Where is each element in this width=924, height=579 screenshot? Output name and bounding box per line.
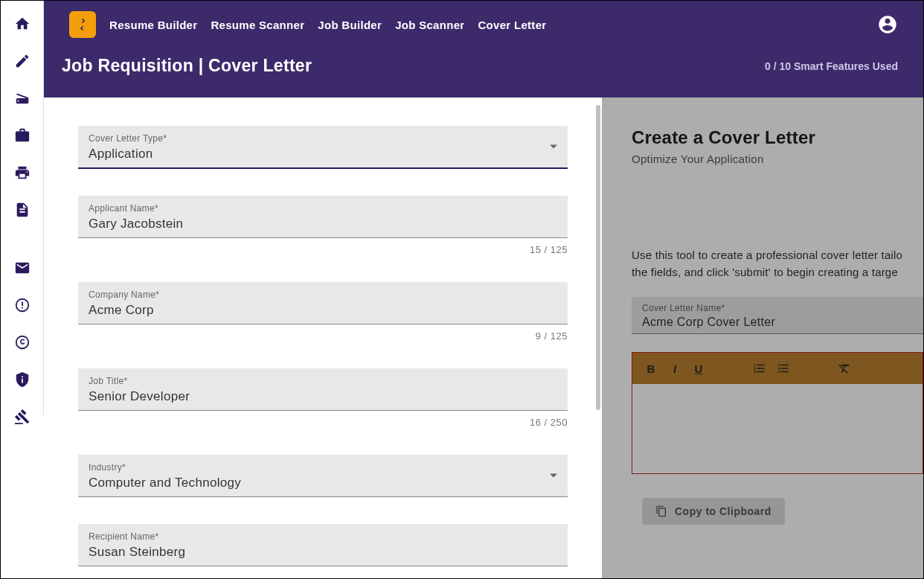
- shield-icon[interactable]: [14, 371, 31, 388]
- nav-cover-letter[interactable]: Cover Letter: [478, 19, 546, 31]
- field-value: Computer and Technology: [89, 476, 557, 490]
- field-value: Application: [89, 147, 557, 161]
- app-header: Resume Builder Resume Scanner Job Builde…: [44, 1, 923, 97]
- field-label: Job Title*: [89, 376, 557, 386]
- form-panel: Cover Letter Type* Application Applicant…: [44, 97, 602, 578]
- left-sidebar: [1, 1, 44, 416]
- smart-features-counter: 0 / 10 Smart Features Used: [765, 60, 898, 72]
- edit-icon[interactable]: [14, 53, 31, 69]
- industry-field[interactable]: Industry* Computer and Technology: [78, 455, 568, 497]
- mail-icon[interactable]: [14, 260, 31, 276]
- print-icon[interactable]: [14, 164, 31, 181]
- field-value: Gary Jacobstein: [89, 217, 557, 231]
- recipient-name-field[interactable]: Recipient Name* Susan Steinberg: [78, 524, 568, 566]
- info-icon[interactable]: [14, 297, 31, 313]
- field-label: Company Name*: [89, 290, 557, 300]
- nav-job-builder[interactable]: Job Builder: [318, 19, 382, 31]
- home-icon[interactable]: [14, 16, 31, 32]
- nav-resume-scanner[interactable]: Resume Scanner: [211, 19, 304, 31]
- subheader: Job Requisition | Cover Letter 0 / 10 Sm…: [44, 48, 923, 91]
- main-content: Cover Letter Type* Application Applicant…: [44, 97, 923, 578]
- field-label: Applicant Name*: [89, 203, 557, 214]
- account-icon[interactable]: [877, 14, 898, 35]
- preview-panel: Create a Cover Letter Optimize Your Appl…: [602, 97, 923, 578]
- app-logo[interactable]: [69, 11, 96, 38]
- field-value: Susan Steinberg: [89, 545, 557, 560]
- briefcase-icon[interactable]: [14, 127, 31, 144]
- applicant-name-field[interactable]: Applicant Name* Gary Jacobstein 15 / 125: [78, 196, 568, 255]
- field-value: Senior Developer: [89, 389, 557, 404]
- cover-letter-type-field[interactable]: Cover Letter Type* Application: [78, 126, 568, 169]
- field-label: Cover Letter Type*: [89, 133, 557, 144]
- gavel-icon[interactable]: [14, 409, 31, 425]
- field-value: Acme Corp: [89, 303, 557, 318]
- document-icon[interactable]: [14, 202, 31, 218]
- chevron-down-icon: [550, 474, 557, 478]
- overlay-dim: [602, 97, 923, 578]
- copyright-icon[interactable]: [14, 334, 31, 351]
- job-title-field[interactable]: Job Title* Senior Developer 16 / 250: [78, 368, 568, 428]
- company-name-field[interactable]: Company Name* Acme Corp 9 / 125: [78, 282, 568, 342]
- page-title: Job Requisition | Cover Letter: [62, 56, 312, 76]
- scrollbar[interactable]: [596, 105, 600, 410]
- char-counter: 9 / 125: [78, 330, 568, 342]
- field-label: Industry*: [89, 462, 557, 473]
- nav-resume-builder[interactable]: Resume Builder: [109, 19, 197, 31]
- char-counter: 16 / 250: [78, 417, 568, 428]
- field-label: Recipient Name*: [89, 531, 557, 542]
- scanner-icon[interactable]: [14, 90, 31, 106]
- char-counter: 15 / 125: [78, 244, 568, 255]
- nav-job-scanner[interactable]: Job Scanner: [395, 19, 464, 31]
- chevron-down-icon: [550, 145, 557, 149]
- top-nav: Resume Builder Resume Scanner Job Builde…: [44, 1, 923, 48]
